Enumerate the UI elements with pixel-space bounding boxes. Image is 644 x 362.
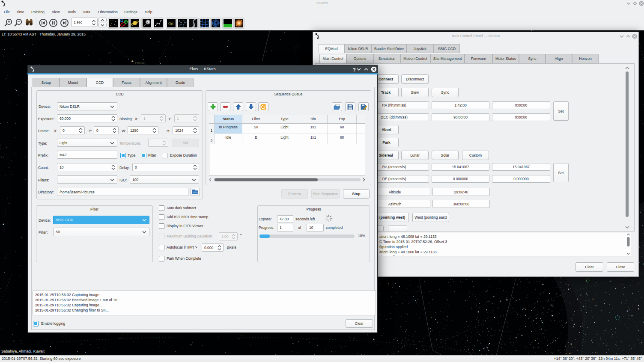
- svg-text:?: ?: [353, 67, 356, 72]
- svg-text:Eltanin: Eltanin: [135, 61, 145, 65]
- svg-text:Ori: Ori: [168, 21, 173, 26]
